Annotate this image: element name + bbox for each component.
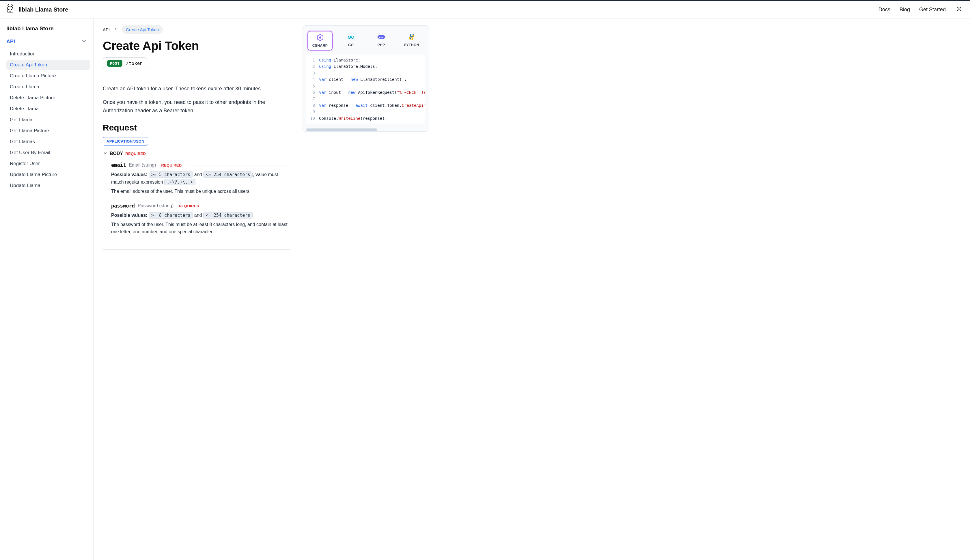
sidebar-item-label: Create Llama (10, 84, 39, 90)
line-number: 8 (306, 102, 319, 108)
line-number: 1 (306, 57, 319, 63)
code-content (319, 95, 321, 102)
sidebar: liblab Llama Store API IntroductionCreat… (0, 18, 93, 560)
csharp-icon (316, 34, 325, 41)
line-number: 10 (306, 115, 319, 122)
field-description: The password of the user. This must be a… (111, 221, 290, 235)
sidebar-item[interactable]: Create Llama Picture (7, 71, 90, 81)
line-number: 9 (306, 108, 319, 115)
sidebar-title: liblab Llama Store (0, 24, 93, 36)
constraint-chip: >= 8 characters (149, 212, 193, 218)
svg-point-2 (958, 8, 960, 10)
brand-logo-icon (5, 4, 15, 15)
and-label: and (194, 213, 202, 218)
main-content: API Create Api Token Create Api Token PO… (100, 25, 290, 548)
code-line: 6var input = new ApiTokenRequest("%—~zNC… (306, 89, 425, 95)
field-name: password (111, 203, 135, 209)
field-body: Possible values: >= 8 characters and <= … (111, 212, 290, 235)
sidebar-item[interactable]: Create Api Token (7, 60, 90, 70)
sidebar-item-label: Create Api Token (10, 62, 47, 68)
php-icon: php (377, 34, 386, 40)
svg-point-4 (319, 37, 321, 39)
topnav: Docs Blog Get Started (878, 5, 963, 13)
lang-tab-csharp[interactable]: CSHARP (307, 31, 333, 50)
line-number: 7 (306, 95, 319, 102)
divider (103, 249, 290, 250)
sidebar-item-label: Get Llama Picture (10, 128, 49, 133)
page-description-1: Create an API token for a user. These to… (103, 85, 290, 93)
line-number: 3 (306, 70, 319, 76)
request-heading: Request (103, 123, 290, 132)
theme-toggle-button[interactable] (955, 5, 963, 13)
line-number: 4 (306, 76, 319, 83)
svg-text:php: php (379, 36, 383, 38)
sidebar-item[interactable]: Create Llama (7, 82, 90, 92)
code-line: 8var response = await client.Token.Creat… (306, 102, 425, 108)
sidebar-item-label: Get Llama (10, 117, 32, 122)
code-line: 10Console.WriteLine(response); (306, 115, 425, 122)
sidebar-item[interactable]: Update Llama (7, 180, 90, 191)
content-type-pill[interactable]: APPLICATION/JSON (103, 137, 148, 145)
nav-docs[interactable]: Docs (878, 7, 890, 13)
request-field: emailEmail (string)REQUIREDPossible valu… (111, 162, 290, 195)
sidebar-section-api[interactable]: API (0, 36, 93, 48)
svg-point-7 (410, 35, 411, 35)
possible-values-label: Possible values: (111, 172, 147, 177)
brand[interactable]: liblab Llama Store (5, 4, 68, 15)
endpoint-path: /token (126, 61, 143, 66)
constraint-chip: >= 5 characters (149, 172, 193, 178)
topbar: liblab Llama Store Docs Blog Get Started (0, 0, 970, 18)
code-content: using LlamaStore.Models; (319, 63, 377, 70)
nav-blog[interactable]: Blog (900, 7, 910, 13)
field-header: emailEmail (string)REQUIRED (111, 162, 290, 168)
lang-tab-label: CSHARP (312, 43, 328, 48)
sidebar-item[interactable]: Get User By Email (7, 148, 90, 158)
code-content: var client = new LlamaStoreClient(); (319, 76, 407, 83)
sidebar-item[interactable]: Introduction (7, 49, 90, 59)
code-line: 7 (306, 95, 425, 102)
svg-point-1 (11, 9, 12, 10)
chevron-down-icon (81, 38, 87, 45)
lang-tab-php[interactable]: phpPHP (369, 31, 393, 50)
endpoint-row: POST /token (103, 57, 147, 69)
sidebar-item[interactable]: Get Llama Picture (7, 125, 90, 136)
lang-tab-label: GO (348, 43, 354, 47)
code-line: 9 (306, 108, 425, 115)
breadcrumb-current: Create Api Token (122, 25, 163, 34)
page-title: Create Api Token (103, 39, 290, 53)
required-tag: REQUIRED (125, 152, 146, 156)
svg-point-8 (412, 39, 413, 39)
sidebar-item[interactable]: Update Llama Picture (7, 170, 90, 180)
lang-tab-go[interactable]: GOGO (339, 31, 363, 50)
breadcrumb-root[interactable]: API (103, 27, 110, 32)
sidebar-item-label: Get Llamas (10, 139, 35, 144)
nav-get-started[interactable]: Get Started (919, 7, 946, 13)
sidebar-item-label: Delete Llama Picture (10, 95, 55, 100)
sun-icon (956, 6, 962, 13)
http-method-badge: POST (107, 60, 122, 67)
field-type: Password (string) (138, 203, 173, 208)
sidebar-section-label: API (7, 39, 15, 45)
breadcrumb: API Create Api Token (103, 25, 290, 34)
constraint-chip: <= 254 characters (203, 212, 253, 218)
code-line: 4var client = new LlamaStoreClient(); (306, 76, 425, 83)
code-line: 1using LlamaStore; (306, 57, 425, 63)
sidebar-item[interactable]: Get Llama (7, 115, 90, 125)
and-label: and (194, 172, 202, 177)
code-content: using LlamaStore; (319, 57, 360, 63)
field-body: Possible values: >= 5 characters and <= … (111, 171, 290, 195)
sidebar-item-label: Update Llama (10, 183, 40, 188)
sidebar-item[interactable]: Get Llamas (7, 137, 90, 147)
sidebar-item[interactable]: Delete Llama (7, 103, 90, 114)
body-toggle[interactable]: BODY REQUIRED (103, 151, 290, 157)
line-number: 2 (306, 63, 319, 70)
sidebar-item[interactable]: Delete Llama Picture (7, 93, 90, 103)
lang-tab-python[interactable]: PYTHON (400, 31, 423, 50)
horizontal-scrollbar[interactable] (306, 128, 377, 131)
sidebar-item-label: Get User By Email (10, 150, 50, 155)
required-tag: REQUIRED (161, 163, 182, 167)
go-icon: GO (347, 34, 355, 40)
code-line: 5 (306, 83, 425, 89)
sidebar-item[interactable]: Register User (7, 158, 90, 169)
field-name: email (111, 162, 126, 168)
